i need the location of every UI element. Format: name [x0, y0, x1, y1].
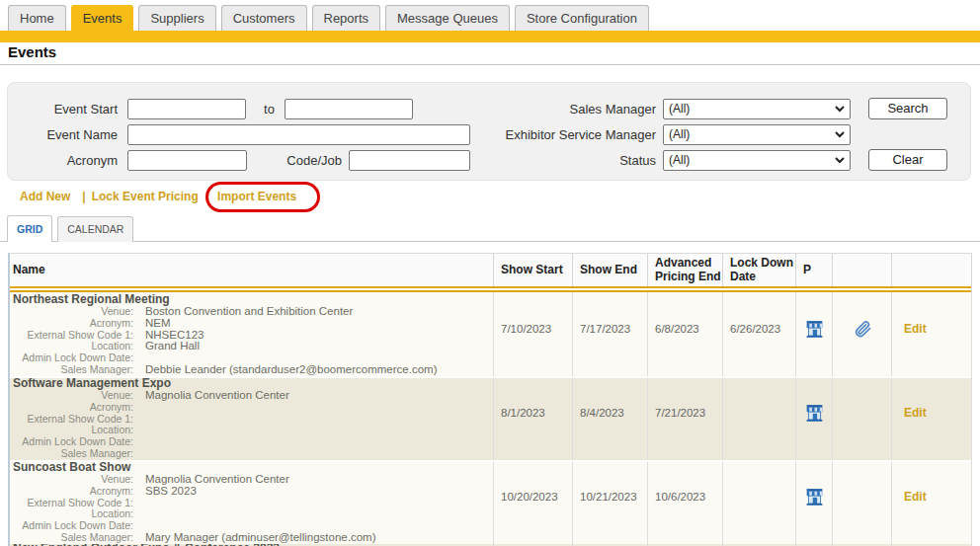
action-links: Add New | Lock Event Pricing | Import Ev… [20, 190, 296, 204]
chevron-down-icon [835, 106, 845, 113]
acronym-label: Acronym: [13, 402, 133, 414]
nav-tab-reports[interactable]: Reports [312, 5, 381, 31]
nav-tab-store-configuration[interactable]: Store Configuration [515, 5, 649, 31]
sales-manager-selected-value: (All) [669, 102, 690, 116]
sales-manager-select[interactable]: (All) [663, 99, 851, 119]
event-start-label: Event Start [8, 99, 118, 119]
nav-tab-suppliers[interactable]: Suppliers [138, 5, 215, 31]
location-value [133, 425, 145, 436]
event-start-to-input[interactable] [285, 99, 413, 119]
attachment-cell [833, 292, 892, 376]
acronym-label: Acronym [8, 150, 118, 171]
store-cell [796, 376, 833, 460]
title-divider [0, 64, 980, 65]
acronym-value: NEM [133, 318, 171, 330]
sales-manager-label: Sales Manager: [13, 364, 133, 376]
storefront-icon[interactable] [804, 318, 825, 340]
lock-event-pricing-link[interactable]: Lock Event Pricing [92, 190, 199, 204]
table-row: Software Management Expo Venue:Magnolia … [10, 376, 971, 460]
admin-lock-down-value [133, 352, 145, 364]
column-header-edit [892, 254, 972, 286]
status-selected-value: (All) [669, 153, 690, 167]
nav-tab-events[interactable]: Events [71, 5, 134, 31]
store-cell [796, 460, 833, 544]
acronym-label: Acronym: [13, 486, 133, 498]
code-job-label: Code/Job [205, 150, 342, 171]
action-separator: | [82, 190, 85, 204]
paperclip-icon[interactable] [853, 319, 872, 339]
sales-manager-value: Mary Manager (adminuser@tellingstone.com… [133, 532, 375, 544]
show-end-cell: 8/4/2023 [573, 376, 648, 460]
admin-lock-down-value [133, 520, 145, 532]
advanced-pricing-end-cell: 10/6/2023 [648, 460, 723, 544]
lock-down-date-cell: 6/26/2023 [723, 292, 796, 376]
table-row: Suncoast Boat Show Venue:Magnolia Conven… [10, 460, 971, 544]
tab-calendar[interactable]: CALENDAR [57, 216, 133, 242]
lock-down-date-cell [723, 460, 796, 544]
column-header-show-end: Show End [573, 254, 648, 286]
tab-grid[interactable]: GRID [7, 215, 52, 242]
lock-down-date-cell [723, 376, 796, 460]
top-navigation: Home Events Suppliers Customers Reports … [8, 5, 649, 31]
show-start-cell: 8/1/2023 [494, 376, 573, 460]
page-title: Events [8, 43, 56, 60]
column-header-attachment [833, 254, 892, 286]
chevron-down-icon [835, 157, 845, 164]
exhibitor-service-manager-select[interactable]: (All) [663, 124, 851, 145]
acronym-value [133, 402, 145, 414]
sales-manager-label: Sales Manager [403, 99, 656, 119]
show-end-cell: 7/17/2023 [573, 292, 648, 376]
column-header-name: Name [10, 254, 494, 286]
acronym-label: Acronym: [13, 318, 133, 330]
edit-link[interactable]: Edit [904, 406, 927, 420]
edit-link[interactable]: Edit [904, 490, 927, 504]
attachment-cell [833, 376, 892, 460]
event-name-label: Event Name [8, 124, 118, 145]
clear-button[interactable]: Clear [868, 149, 947, 171]
external-show-code-value [133, 498, 145, 509]
external-show-code-value [133, 414, 145, 426]
column-header-advanced-pricing-end: Advanced Pricing End [648, 254, 723, 286]
show-start-cell: 10/20/2023 [494, 460, 573, 544]
accent-bar [0, 31, 980, 42]
store-cell [796, 292, 833, 376]
sales-manager-label: Sales Manager: [13, 532, 133, 544]
filter-panel: Event Start to Event Name Acronym Code/J… [7, 82, 971, 181]
view-tabs: GRID CALENDAR [0, 215, 980, 242]
add-new-link[interactable]: Add New [20, 190, 70, 204]
exhibitor-service-manager-selected-value: (All) [669, 127, 690, 141]
venue-value: Magnolia Convention Center [133, 390, 289, 402]
acronym-value: SBS 2023 [133, 486, 197, 498]
nav-tab-message-queues[interactable]: Message Queues [385, 5, 510, 31]
attachment-cell [833, 460, 892, 544]
exhibitor-service-manager-label: Exhibitor Service Manager [403, 124, 656, 145]
column-header-p: P [796, 254, 833, 286]
storefront-icon[interactable] [804, 402, 825, 424]
storefront-icon[interactable] [804, 486, 825, 507]
column-header-show-start: Show Start [494, 254, 573, 286]
event-start-input[interactable] [127, 99, 246, 119]
search-button[interactable]: Search [868, 98, 947, 119]
events-table: Name Show Start Show End Advanced Pricin… [8, 253, 972, 546]
sales-manager-value: Debbie Leander (standarduser2@boomercomm… [133, 364, 437, 376]
advanced-pricing-end-cell: 6/8/2023 [648, 292, 723, 376]
location-value: Grand Hall [133, 341, 200, 352]
annotation-circle [205, 182, 320, 212]
table-header-row: Name Show Start Show End Advanced Pricin… [10, 254, 971, 286]
sales-manager-value [133, 448, 145, 460]
status-label: Status [403, 150, 656, 171]
sales-manager-label: Sales Manager: [13, 448, 133, 460]
show-start-cell: 7/10/2023 [494, 292, 573, 376]
show-end-cell: 10/21/2023 [573, 460, 648, 544]
to-label: to [254, 99, 285, 119]
nav-tab-customers[interactable]: Customers [221, 5, 307, 31]
column-header-lock-down-date: Lock Down Date [723, 254, 796, 286]
nav-tab-home[interactable]: Home [8, 5, 66, 31]
table-row: Northeast Regional Meeting Venue:Boston … [10, 292, 971, 376]
advanced-pricing-end-cell: 7/21/2023 [648, 376, 723, 460]
status-select[interactable]: (All) [663, 150, 851, 171]
admin-lock-down-value [133, 436, 145, 448]
edit-link[interactable]: Edit [904, 322, 927, 336]
chevron-down-icon [835, 131, 845, 138]
location-value [133, 508, 145, 520]
